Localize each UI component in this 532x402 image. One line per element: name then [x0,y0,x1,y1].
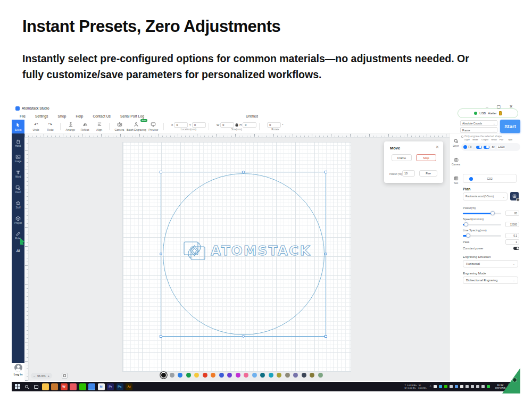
coords-mode-select[interactable]: Absolute Coords ⌄ [460,120,497,126]
selection-handle[interactable] [242,335,245,338]
volume-icon[interactable] [471,385,474,388]
photos-app[interactable] [70,383,77,390]
premiere[interactable]: Pr [107,383,114,390]
palette-color-6[interactable] [203,373,207,378]
palette-color-11[interactable] [244,373,248,378]
panel-tab-test[interactable]: Test [450,173,462,191]
palette-color-3[interactable] [178,373,182,378]
selection-handle[interactable] [325,335,327,338]
engraving-direction-select[interactable]: Horizontal ⌄ [463,260,518,267]
sidebar-item-stuff[interactable]: Stuff [12,197,24,212]
selection-handle[interactable] [160,253,162,255]
material-preset-select[interactable]: Paulownia wood(3-5mm) ⌄ [463,192,508,200]
signal-icon[interactable] [466,385,469,388]
toolbar-batch-engraving-button[interactable]: BetaBatch Engraving [127,120,146,133]
frame-select[interactable]: Frame … [460,127,497,133]
device-status-pill[interactable]: USB Atelier [458,108,518,118]
palette-color-14[interactable] [269,373,273,378]
toolbar-camera-button[interactable]: Camera [112,120,127,133]
sidebar-item-insert[interactable]: Insert [12,181,24,197]
speed-input[interactable]: 12000 [505,222,519,227]
microphone-icon[interactable] [434,385,437,388]
zoom-in-button[interactable]: + [48,374,49,378]
green-status-icon[interactable] [487,385,490,388]
fire-button[interactable]: Fire [419,170,437,177]
sidebar-item-hand[interactable]: Hand [12,135,24,150]
palette-color-18[interactable] [302,373,306,378]
selection-handle[interactable] [325,171,327,173]
task-view-button[interactable] [32,383,39,390]
window-icon[interactable] [460,385,463,388]
layer-color-icon[interactable] [463,145,467,149]
palette-color-12[interactable] [252,373,257,378]
toolbar-align-button[interactable]: Align [92,120,106,133]
material-library-button[interactable] [510,192,519,200]
login-button[interactable]: Log in [14,373,23,376]
speed-slider[interactable] [463,224,501,225]
tray-expand-icon[interactable]: ^ [430,385,431,388]
palette-color-5[interactable] [194,373,199,378]
taskbar-clock[interactable]: 11:12 2021/5/9 [495,383,505,390]
sidebar-item-project[interactable]: Project [12,212,24,228]
engrave-selected-checkbox[interactable]: Only engrave the selected shape [461,135,502,138]
sidebar-item-image[interactable]: Image [12,150,24,166]
close-icon[interactable]: ✕ [436,145,439,149]
layer-row[interactable]: Fill ⌄ 80 12000 [461,143,520,151]
sidebar-item-word[interactable]: Word [12,166,24,181]
toolbar-undo-button[interactable]: ↶Undo [29,120,43,133]
zoom-out-button[interactable]: – [34,374,35,378]
layer-name-box[interactable]: C02 [463,174,517,183]
rotate-input[interactable]: 0 [267,122,281,128]
palette-color-15[interactable] [277,373,281,378]
bluetooth-icon[interactable] [455,385,458,388]
atomstack-logo-text[interactable]: ATOMSTACK [211,243,311,258]
palette-color-9[interactable] [227,373,232,378]
toolbar-preview-button[interactable]: Preview [146,120,161,133]
menu-contact-us[interactable]: Contact Us [88,114,115,119]
palette-color-8[interactable] [219,373,224,378]
avatar[interactable] [14,364,22,372]
file-explorer[interactable] [42,383,49,390]
line-spacing-slider[interactable] [463,235,501,237]
dialog-power-input[interactable]: 10 [402,170,415,177]
palette-color-1[interactable] [161,373,166,378]
palette-color-10[interactable] [236,373,240,378]
search-button[interactable] [23,383,30,390]
magnifier-icon[interactable] [450,385,453,388]
toolbar-arrange-button[interactable]: Arrange [63,120,78,133]
panel-tab-layer[interactable]: Layer [450,136,462,154]
power-input[interactable]: 80 [505,211,519,216]
wechat[interactable] [79,383,86,390]
toolbar-reflect-button[interactable]: Reflect [78,120,92,133]
atomstack-logo-mark[interactable] [182,238,207,264]
palette-color-7[interactable] [211,373,215,378]
layer-power-value[interactable]: 80 [491,145,495,149]
line-spacing-input[interactable]: 0.1 [505,233,519,238]
selection-handle[interactable] [160,335,162,338]
panel-tab-camera[interactable]: Camera [450,154,462,173]
palette-color-4[interactable] [186,373,191,378]
palette-color-2[interactable] [170,373,174,378]
frame-button[interactable]: Frame [392,154,412,161]
menu-help[interactable]: Help [71,114,88,119]
selection-handle[interactable] [160,171,162,173]
menu-serial-port-log[interactable]: Serial Port Log [115,114,149,119]
layer-mode-select[interactable]: Fill [469,146,472,148]
start-button[interactable]: Start [500,120,520,133]
output-toggle[interactable] [476,146,482,149]
app-orange[interactable] [51,383,58,390]
palette-color-17[interactable] [293,373,298,378]
constant-power-toggle[interactable] [513,247,519,250]
wechat-tray-icon[interactable] [444,385,447,388]
selection-handle[interactable] [325,253,327,255]
network-icon[interactable] [476,385,479,388]
menu-settings[interactable]: Settings [30,114,53,119]
palette-color-19[interactable] [310,373,314,378]
power-slider[interactable] [463,213,501,214]
sidebar-item-select[interactable]: Select [12,120,24,133]
m-app[interactable]: M [98,383,105,390]
menu-file[interactable]: File [15,114,30,119]
palette-color-13[interactable] [260,373,265,378]
illustrator[interactable]: Ai [126,383,132,390]
lock-ratio-icon[interactable] [235,123,238,127]
